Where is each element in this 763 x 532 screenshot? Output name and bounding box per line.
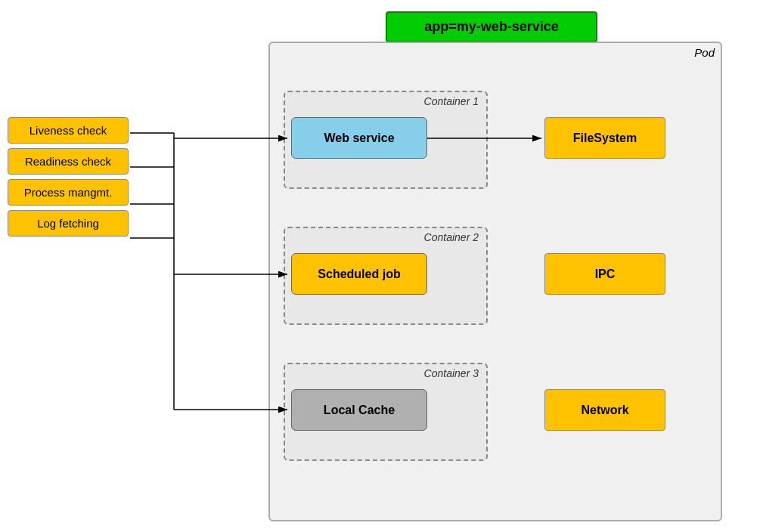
app-label: app=my-web-service bbox=[386, 11, 597, 42]
web-service-box: Web service bbox=[291, 117, 427, 159]
container-3-label: Container 3 bbox=[424, 367, 479, 379]
pod-label: Pod bbox=[694, 46, 715, 59]
left-boxes: Liveness check Readiness check Process m… bbox=[8, 117, 129, 237]
container-2-label: Container 2 bbox=[424, 231, 479, 243]
container-1-label: Container 1 bbox=[424, 95, 479, 107]
ipc-box: IPC bbox=[544, 253, 665, 295]
network-box: Network bbox=[544, 389, 665, 431]
liveness-check-box: Liveness check bbox=[8, 117, 129, 144]
readiness-check-box: Readiness check bbox=[8, 148, 129, 175]
local-cache-box: Local Cache bbox=[291, 389, 427, 431]
process-mgmt-box: Process mangmt. bbox=[8, 179, 129, 206]
log-fetching-box: Log fetching bbox=[8, 210, 129, 237]
diagram: Liveness check Readiness check Process m… bbox=[0, 0, 763, 532]
scheduled-job-box: Scheduled job bbox=[291, 253, 427, 295]
filesystem-box: FileSystem bbox=[544, 117, 665, 159]
